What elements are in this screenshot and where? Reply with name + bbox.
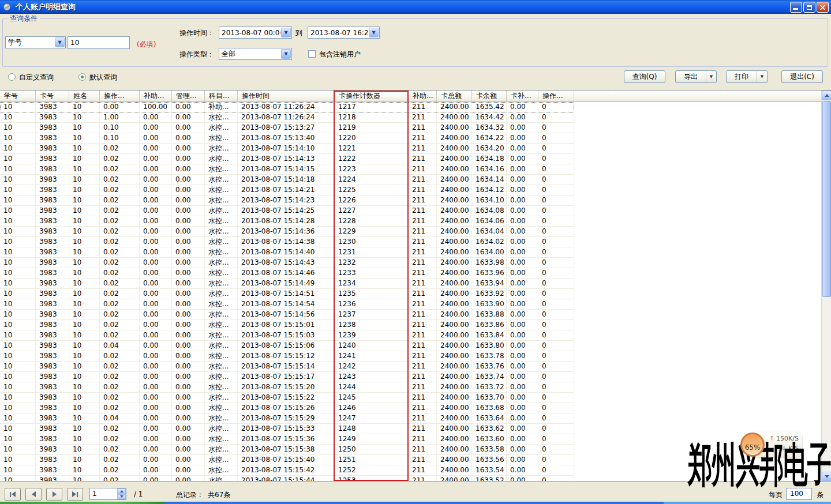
query-field-select-value: 学号 xyxy=(6,37,54,47)
print-button[interactable]: 打印 ▼ xyxy=(726,70,768,83)
cell: 211 xyxy=(409,299,437,310)
cell: 2400.00 xyxy=(437,144,472,154)
spinner-down-icon[interactable] xyxy=(117,494,126,500)
time-from-picker[interactable]: 2013-08-07 00:00 ▼ xyxy=(219,27,292,39)
chevron-down-icon[interactable]: ▼ xyxy=(369,28,379,37)
first-page-button[interactable] xyxy=(5,488,21,501)
close-button[interactable] xyxy=(817,2,829,13)
minimize-button[interactable] xyxy=(790,2,802,13)
cell: 2013-08-07 15:15:20 xyxy=(238,382,335,393)
column-header[interactable]: 姓名 xyxy=(69,91,100,102)
cell: 0.04 xyxy=(100,341,140,351)
table-row[interactable]: 103983100.020.000.00水控...2013-08-07 15:1… xyxy=(0,310,574,320)
column-header[interactable]: 操作... xyxy=(538,91,574,102)
column-header[interactable]: 操作时间 xyxy=(238,91,335,102)
upload-speed: 150K/S xyxy=(776,435,799,442)
per-page-input[interactable]: 100 xyxy=(786,488,812,500)
column-header[interactable]: 操作... xyxy=(100,91,140,102)
chevron-down-icon[interactable]: ▼ xyxy=(281,49,291,59)
next-page-button[interactable] xyxy=(46,488,62,501)
table-row[interactable]: 103983100.040.000.00水控...2013-08-07 15:1… xyxy=(0,413,574,424)
table-row[interactable]: 103983100.020.000.00水控...2013-08-07 15:1… xyxy=(0,247,574,258)
custom-query-label[interactable]: 自定义查询 xyxy=(19,73,54,82)
table-row[interactable]: 103983100.100.000.00水控...2013-08-07 15:1… xyxy=(0,123,574,133)
last-page-button[interactable] xyxy=(67,488,83,501)
column-header[interactable]: 学号 xyxy=(0,91,36,102)
table-row[interactable]: 103983100.020.000.00水控...2013-08-07 15:1… xyxy=(0,227,574,237)
query-field-select[interactable]: 学号 ▼ xyxy=(5,36,66,48)
spinner-up-icon[interactable] xyxy=(117,488,126,494)
table-row[interactable]: 103983100.020.000.00水控...2013-08-07 15:1… xyxy=(0,445,574,455)
column-header[interactable]: 卡号 xyxy=(36,91,69,102)
cell: 10 xyxy=(0,195,36,206)
op-type-select[interactable]: 全部 ▼ xyxy=(219,48,292,60)
export-dropdown-caret-icon[interactable]: ▼ xyxy=(706,71,716,82)
table-row[interactable]: 103983100.020.000.00水控...2013-08-07 15:1… xyxy=(0,258,574,268)
scroll-up-icon[interactable] xyxy=(822,91,831,100)
page-number-spinner[interactable]: 1 xyxy=(89,488,126,500)
restore-button[interactable] xyxy=(803,2,815,13)
cell: 0 xyxy=(538,351,574,362)
table-row[interactable]: 103983100.020.000.00水控...2013-08-07 15:1… xyxy=(0,382,574,393)
table-row[interactable]: 103983100.020.000.00水控...2013-08-07 15:1… xyxy=(0,476,574,481)
column-header[interactable]: 科目... xyxy=(205,91,238,102)
table-row[interactable]: 103983100.020.000.00水控...2013-08-07 15:1… xyxy=(0,216,574,227)
table-row[interactable]: 103983100.020.000.00水控...2013-08-07 15:1… xyxy=(0,393,574,403)
table-row[interactable]: 103983100.040.000.00水控...2013-08-07 15:1… xyxy=(0,341,574,351)
table-row[interactable]: 103983100.020.000.00水控...2013-08-07 15:1… xyxy=(0,455,574,465)
column-header[interactable]: 卡总额 xyxy=(437,91,472,102)
prev-page-button[interactable] xyxy=(25,488,42,501)
time-to-picker[interactable]: 2013-08-07 16:21 ▼ xyxy=(308,27,380,39)
column-header[interactable]: 卡操作计数器 xyxy=(335,91,409,102)
cell: 2400.00 xyxy=(437,175,472,185)
table-row[interactable]: 103983100.00100.000.00补助...2013-08-07 11… xyxy=(0,102,574,112)
exit-button[interactable]: 退出(C) xyxy=(781,70,823,83)
table-row[interactable]: 103983100.020.000.00水控...2013-08-07 15:1… xyxy=(0,424,574,434)
table-row[interactable]: 103983100.020.000.00水控...2013-08-07 15:1… xyxy=(0,299,574,310)
table-row[interactable]: 103983100.020.000.00水控...2013-08-07 15:1… xyxy=(0,268,574,279)
scroll-down-icon[interactable] xyxy=(822,472,831,482)
cell: 0.02 xyxy=(100,237,140,247)
column-header[interactable]: 补助... xyxy=(409,91,437,102)
table-row[interactable]: 103983100.020.000.00水控...2013-08-07 15:1… xyxy=(0,185,574,195)
speed-badge-percent[interactable]: 65% xyxy=(740,432,765,457)
cell: 10 xyxy=(69,112,100,123)
scrollbar-thumb[interactable] xyxy=(822,101,831,297)
table-row[interactable]: 103983100.020.000.00水控...2013-08-07 15:1… xyxy=(0,237,574,247)
table-row[interactable]: 103983100.020.000.00水控...2013-08-07 15:1… xyxy=(0,289,574,299)
query-button[interactable]: 查询(Q) xyxy=(624,70,665,83)
table-row[interactable]: 103983100.020.000.00水控...2013-08-07 15:1… xyxy=(0,372,574,382)
chevron-down-icon[interactable]: ▼ xyxy=(55,37,65,47)
table-row[interactable]: 103983100.020.000.00水控...2013-08-07 15:1… xyxy=(0,465,574,476)
table-row[interactable]: 103983100.020.000.00水控...2013-08-07 15:1… xyxy=(0,164,574,175)
table-row[interactable]: 103983100.020.000.00水控...2013-08-07 15:1… xyxy=(0,403,574,413)
table-row[interactable]: 103983100.020.000.00水控...2013-08-07 15:1… xyxy=(0,154,574,164)
table-row[interactable]: 103983100.100.000.00水控...2013-08-07 15:1… xyxy=(0,133,574,144)
chevron-down-icon[interactable]: ▼ xyxy=(281,28,291,37)
custom-query-radio[interactable] xyxy=(8,73,16,81)
query-value-input[interactable]: 10 xyxy=(68,36,130,49)
column-header[interactable]: 卡余额 xyxy=(472,91,507,102)
table-row[interactable]: 103983100.020.000.00水控...2013-08-07 15:1… xyxy=(0,206,574,216)
print-dropdown-caret-icon[interactable]: ▼ xyxy=(757,71,767,82)
export-button[interactable]: 导出 ▼ xyxy=(675,70,717,83)
default-query-radio[interactable] xyxy=(78,73,86,81)
table-row[interactable]: 103983100.020.000.00水控...2013-08-07 15:1… xyxy=(0,351,574,362)
table-row[interactable]: 103983100.020.000.00水控...2013-08-07 15:1… xyxy=(0,434,574,445)
table-row[interactable]: 103983100.020.000.00水控...2013-08-07 15:1… xyxy=(0,175,574,185)
column-header[interactable]: 管理... xyxy=(172,91,205,102)
table-row[interactable]: 103983100.020.000.00水控...2013-08-07 15:1… xyxy=(0,144,574,154)
vertical-scrollbar[interactable] xyxy=(821,91,831,482)
table-row[interactable]: 103983100.020.000.00水控...2013-08-07 15:1… xyxy=(0,195,574,206)
include-cancelled-checkbox[interactable] xyxy=(308,50,316,58)
table-row[interactable]: 103983100.020.000.00水控...2013-08-07 15:1… xyxy=(0,362,574,372)
cell: 0.00 xyxy=(140,154,172,164)
table-row[interactable]: 103983101.000.000.00水控...2013-08-07 11:2… xyxy=(0,112,574,123)
table-row[interactable]: 103983100.020.000.00水控...2013-08-07 15:1… xyxy=(0,330,574,341)
table-row[interactable]: 103983100.020.000.00水控...2013-08-07 15:1… xyxy=(0,320,574,330)
column-header[interactable]: 卡补... xyxy=(507,91,538,102)
table-row[interactable]: 103983100.020.000.00水控...2013-08-07 15:1… xyxy=(0,279,574,289)
default-query-label[interactable]: 默认查询 xyxy=(89,73,117,82)
cell: 水控... xyxy=(205,362,238,372)
column-header[interactable]: 补助... xyxy=(140,91,172,102)
